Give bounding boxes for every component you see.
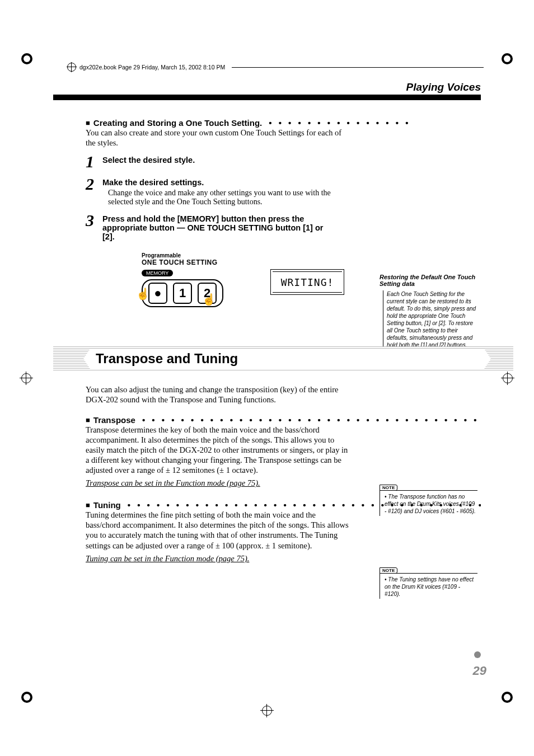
crop-mark-bottom — [262, 706, 272, 716]
memory-record-button: ● — [148, 283, 167, 304]
step-1-title: Select the desired style. — [102, 156, 338, 165]
ots-button-1: 1 — [173, 283, 192, 304]
side-note-restore: Restoring the Default One Touch Setting … — [380, 274, 477, 349]
heading-text: Transpose — [93, 415, 135, 425]
section-intro: You can also adjust the tuning and chang… — [86, 384, 352, 405]
note-box-transpose: NOTE • The Transpose function has no eff… — [380, 482, 477, 516]
note-tab-label: NOTE — [380, 485, 397, 491]
crop-mark-br — [502, 692, 513, 703]
leader-dots: • • • • • • • • • • • • • • • — [269, 118, 481, 128]
square-bullet-icon: ■ — [86, 501, 90, 509]
lcd-text: WRITING! — [281, 276, 334, 288]
header-mark-icon — [67, 63, 76, 72]
note-box-tuning: NOTE • The Tuning settings have no effec… — [380, 565, 477, 599]
crop-mark-right — [503, 373, 513, 383]
step-2-title: Make the desired settings. — [102, 178, 338, 187]
note-text: The Tuning settings have no effect on th… — [385, 576, 474, 597]
tuning-body: Tuning determines the fine pitch setting… — [86, 510, 352, 551]
section-band-transpose: Transpose and Tuning — [53, 346, 513, 371]
heading-text: Creating and Storing a One Touch Setting… — [93, 118, 262, 128]
square-bullet-icon: ■ — [86, 119, 90, 127]
chapter-bar — [53, 95, 481, 100]
step-number-1: 1 — [86, 153, 102, 170]
heading-text: Tuning — [93, 500, 121, 510]
page-number: 29 — [473, 664, 486, 678]
tuning-link: Tuning can be set in the Function mode (… — [86, 554, 481, 564]
leader-dots: • • • • • • • • • • • • • • • • • • • • … — [142, 415, 481, 425]
header-text: dgx202e.book Page 29 Friday, March 15, 2… — [79, 64, 225, 71]
transpose-body: Transpose determines the key of both the… — [86, 425, 352, 476]
pointer-hand-icon-2: ☝ — [202, 293, 216, 306]
subsection-transpose: ■ Transpose • • • • • • • • • • • • • • … — [86, 415, 481, 425]
crop-mark-bl — [21, 692, 32, 703]
step-number-3: 3 — [86, 212, 102, 229]
step-number-2: 2 — [86, 176, 102, 192]
crop-mark-left — [21, 373, 31, 383]
side-note-title: Restoring the Default One Touch Setting … — [380, 274, 477, 287]
section-heading-create-ots: ■ Creating and Storing a One Touch Setti… — [86, 118, 481, 128]
crop-mark-tl — [21, 53, 32, 64]
note-text: The Transpose function has no effect on … — [385, 494, 476, 514]
note-tab-label: NOTE — [380, 567, 397, 574]
square-bullet-icon: ■ — [86, 416, 90, 424]
pointer-hand-icon: ☝ — [136, 287, 150, 300]
step-2-body: Change the voice and make any other sett… — [108, 189, 332, 206]
memory-badge: MEMORY — [142, 270, 173, 276]
ots-big-label: ONE TOUCH SETTING — [142, 259, 481, 266]
page-dot-icon — [474, 651, 481, 658]
crop-mark-tr — [502, 53, 513, 64]
side-note-body: Each One Touch Setting for the current s… — [383, 290, 477, 349]
chapter-title: Playing Voices — [53, 81, 481, 93]
step-3-title: Press and hold the [MEMORY] button then … — [102, 214, 338, 241]
intro-text: You can also create and store your own c… — [86, 128, 349, 148]
pdf-header-line: dgx202e.book Page 29 Friday, March 15, 2… — [67, 63, 484, 72]
ots-small-label: Programmable — [142, 252, 481, 259]
section-title: Transpose and Tuning — [96, 351, 238, 367]
lcd-display: WRITING! — [270, 269, 344, 295]
